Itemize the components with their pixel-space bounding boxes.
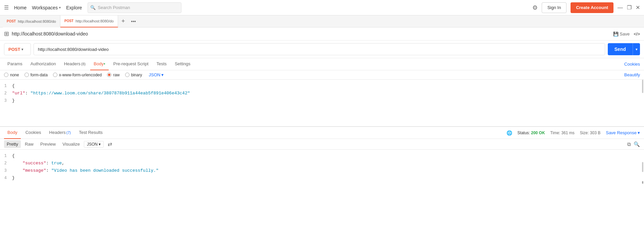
response-format-bar: Pretty Raw Preview Visualize JSON ▾ ⇄ ⧉ … (0, 139, 644, 150)
workspaces-chevron-icon: ▾ (59, 6, 61, 9)
gear-icon[interactable]: ⚙ (532, 4, 538, 11)
tab-settings[interactable]: Settings (171, 58, 194, 70)
radio-raw-icon (107, 73, 111, 77)
req-tab-actions: Cookies (624, 62, 640, 67)
resp-tab-test-results[interactable]: Test Results (75, 127, 106, 139)
resp-code-line-1: 1 { (0, 152, 644, 160)
tab-headers[interactable]: Headers (8) (61, 58, 89, 70)
cookies-link[interactable]: Cookies (624, 62, 640, 67)
tab-url: http://localhost:8080/do (75, 19, 114, 23)
create-account-button[interactable]: Create Account (571, 2, 613, 13)
editor-scrollbar[interactable] (642, 80, 643, 93)
time-value: 361 ms (561, 131, 574, 135)
resp-code-line-2: 2 "success": true, (0, 160, 644, 167)
window-controls: — ❐ ✕ (618, 4, 640, 11)
grid-icon: ⊞ (4, 30, 9, 37)
tab-method-badge: POST (7, 19, 16, 23)
resp-action-icons: ⧉ 🔍 (627, 141, 640, 147)
resp-json-select[interactable]: JSON ▾ (84, 141, 104, 148)
new-tab-button[interactable]: + (118, 18, 128, 25)
signin-button[interactable]: Sign In (542, 2, 567, 13)
maximize-button[interactable]: ❐ (627, 4, 632, 11)
fmt-visualize[interactable]: Visualize (60, 140, 83, 148)
close-button[interactable]: ✕ (636, 4, 640, 11)
tab-2[interactable]: POST http://localhost:8080/do (60, 15, 118, 27)
search-input[interactable] (88, 2, 181, 13)
code-button[interactable]: </> (634, 31, 640, 36)
method-select[interactable]: POST ▾ (4, 43, 31, 55)
request-title: ⊞ http://localhost:8080/download-video (4, 30, 88, 37)
globe-icon: 🌐 (506, 130, 512, 136)
body-type-binary[interactable]: binary (125, 73, 142, 77)
minimize-button[interactable]: — (618, 5, 623, 11)
nav-explore[interactable]: Explore (66, 5, 82, 10)
resp-tab-cookies[interactable]: Cookies (22, 127, 45, 139)
beautify-link[interactable]: Beautify (624, 72, 640, 77)
resp-json-chevron-icon: ▾ (99, 142, 101, 147)
copy-response-icon[interactable]: ⧉ (627, 141, 631, 147)
code-line-2: 2 "url": "https://www.loom.com/share/380… (0, 90, 644, 97)
body-type-bar: none form-data x-www-form-urlencoded raw… (0, 70, 644, 80)
body-type-none[interactable]: none (4, 73, 19, 77)
titlebar-left: ☰ Home Workspaces ▾ Explore (4, 4, 82, 11)
wrap-lines-icon[interactable]: ⇄ (108, 141, 112, 147)
method-label: POST (8, 47, 20, 52)
body-type-raw[interactable]: raw (107, 73, 119, 77)
radio-urlencoded-icon (53, 73, 57, 77)
body-type-form-data[interactable]: form-data (24, 73, 48, 77)
tab-tests[interactable]: Tests (153, 58, 170, 70)
size-value: 303 B (590, 131, 600, 135)
tab-method-badge: POST (64, 19, 73, 23)
request-tabs: Params Authorization Headers (8) Body ● … (0, 58, 644, 70)
response-panel: Body Cookies Headers (7) Test Results 🌐 … (0, 127, 644, 184)
resp-code-line-4: 4 } (0, 174, 644, 182)
send-button[interactable]: Send ▾ (608, 43, 640, 55)
status-value: 200 OK (531, 131, 545, 135)
search-response-icon[interactable]: 🔍 (634, 141, 640, 147)
save-icon: 💾 (613, 31, 619, 36)
nav-home[interactable]: Home (14, 5, 26, 10)
url-bar: POST ▾ Send ▾ (0, 41, 644, 58)
tab-authorization[interactable]: Authorization (27, 58, 59, 70)
titlebar-right: ⚙ Sign In Create Account — ❐ ✕ (532, 2, 640, 13)
more-tabs-button[interactable]: ••• (128, 19, 139, 24)
fmt-raw[interactable]: Raw (22, 140, 36, 148)
fmt-preview[interactable]: Preview (38, 140, 58, 148)
body-type-urlencoded[interactable]: x-www-form-urlencoded (53, 73, 102, 77)
response-code[interactable]: 1 { 2 "success": true, 3 "message": "Vid… (0, 150, 644, 184)
save-response-chevron-icon: ▾ (638, 130, 640, 135)
code-line-3: 3 } (0, 97, 644, 104)
json-chevron-icon: ▾ (161, 72, 164, 77)
fmt-pretty[interactable]: Pretty (4, 140, 21, 148)
save-button[interactable]: 💾 Save (613, 31, 630, 36)
code-editor[interactable]: 1 { 2 "url": "https://www.loom.com/share… (0, 80, 644, 127)
radio-none-icon (4, 73, 8, 77)
response-tabs-bar: Body Cookies Headers (7) Test Results 🌐 … (0, 127, 644, 139)
nav-workspaces[interactable]: Workspaces ▾ (32, 5, 61, 10)
send-chevron-icon: ▾ (633, 48, 640, 51)
response-scrollbar-bottom[interactable] (642, 181, 643, 184)
resp-code-line-3: 3 "message": "Video has been downloaded … (0, 167, 644, 174)
method-chevron-icon: ▾ (21, 48, 23, 51)
tab-1[interactable]: POST http://localhost:8080/do (3, 15, 60, 27)
tab-body[interactable]: Body ● (90, 58, 108, 70)
radio-formdata-icon (24, 73, 29, 77)
search-icon: 🔍 (90, 5, 96, 10)
json-format-select[interactable]: JSON ▾ (149, 72, 164, 77)
titlebar: ☰ Home Workspaces ▾ Explore 🔍 ⚙ Sign In … (0, 0, 644, 15)
resp-tab-body[interactable]: Body (4, 127, 21, 139)
request-url-title: http://localhost:8080/download-video (12, 31, 88, 36)
tab-prerequest[interactable]: Pre-request Script (110, 58, 152, 70)
tab-params[interactable]: Params (4, 58, 26, 70)
request-actions: 💾 Save </> (613, 31, 640, 36)
resp-tab-headers[interactable]: Headers (7) (46, 127, 74, 139)
menu-icon[interactable]: ☰ (4, 4, 9, 11)
search-bar: 🔍 (88, 2, 181, 13)
request-panel-header: ⊞ http://localhost:8080/download-video 💾… (0, 27, 644, 41)
response-scrollbar[interactable] (642, 162, 643, 172)
save-response-button[interactable]: Save Response ▾ (606, 130, 640, 135)
url-input[interactable] (34, 43, 605, 55)
tabs-bar: POST http://localhost:8080/do POST http:… (0, 15, 644, 27)
tab-url: http://localhost:8080/do (18, 19, 56, 23)
response-status-bar: 🌐 Status: 200 OK Time: 361 ms Size: 303 … (506, 130, 640, 136)
